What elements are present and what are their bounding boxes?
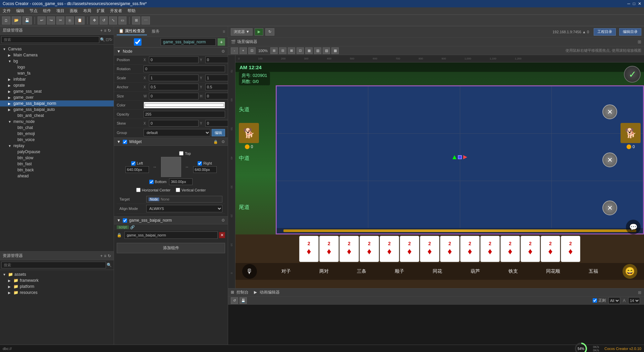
position-x-input[interactable] [149,56,199,63]
tree-replay[interactable]: ▼ replay [0,143,114,149]
asset-add-btn[interactable]: + [100,254,103,258]
position-y-input[interactable] [205,56,228,63]
action-shunzi[interactable]: 顺子 [391,267,408,276]
toolbar-align[interactable]: ⊞ [132,16,140,25]
add-component-plus-btn[interactable]: + [218,38,225,46]
gear-icon[interactable]: ⚙ [221,218,225,223]
timeline-max-btn[interactable]: ⊞ [638,290,641,295]
tool-btn-1[interactable]: ⊞ [270,47,278,54]
tool-btn-7[interactable]: ▨ [323,47,330,54]
timeline-tool-1[interactable]: ↺ [231,297,238,304]
bottom-value-input[interactable] [169,178,193,185]
menu-file[interactable]: 文件 [3,8,11,14]
asset-search-input[interactable] [1,262,106,268]
tree-paly-or-pause[interactable]: palyOrpause [0,149,114,155]
toolbar-extra[interactable]: ⋯ [142,16,150,25]
play-btn[interactable]: ▶ [255,28,263,36]
anchor-x-input[interactable] [149,84,199,90]
tree-btn-chat[interactable]: btn_chat [0,125,114,131]
chat-btn[interactable]: 💬 [626,220,641,234]
component-enabled-checkbox[interactable] [117,38,159,46]
card-6[interactable]: 2♦ [400,236,419,262]
zoom-fit-btn[interactable]: ⊡ [248,47,256,54]
close-btn[interactable]: ✕ [638,1,641,6]
toolbar-new[interactable]: 🗋 [2,16,10,25]
toolbar-move[interactable]: ✥ [90,16,98,25]
color-picker[interactable] [144,102,225,108]
tree-btn-slow[interactable]: btn_slow [0,155,114,161]
group-dropdown[interactable]: default [144,129,210,136]
node-section-header[interactable]: ▼ Node ⚙ [114,47,228,55]
horizontal-center-checkbox[interactable] [136,188,141,192]
card-14[interactable]: 2♦ [561,236,580,262]
tree-oprate[interactable]: ▶ oprate [0,82,114,88]
toolbar-undo[interactable]: ↩ [38,16,46,25]
card-3[interactable]: 2♦ [339,236,359,262]
hierarchy-refresh-btn[interactable]: ↻ [108,28,111,33]
action-hulu[interactable]: 葫芦 [467,267,484,276]
tree-logo[interactable]: logo [0,64,114,70]
anchor-y-input[interactable] [205,84,228,90]
maximize-btn[interactable]: □ [633,1,635,6]
widget-section-header[interactable]: ▼ Widget 🔒 ⚙ [114,138,228,146]
left-value-input[interactable] [125,166,149,173]
tree-wan-fa[interactable]: wan_fa [0,70,114,76]
toolbar-redo[interactable]: ↪ [47,16,55,25]
font-filter-dropdown[interactable]: All [608,297,620,304]
script-section-header[interactable]: ▼ game_sss_baipai_norm ⚙ [114,216,228,224]
group-edit-btn[interactable]: 编辑 [212,129,225,136]
zoom-out-btn[interactable]: - [231,47,238,54]
asset-tree-framework[interactable]: ▶ 📁 framework [0,277,114,283]
menu-help[interactable]: 帮助 [127,8,136,14]
toolbar-scale[interactable]: ⤡ [109,16,117,25]
project-dir-btn[interactable]: 工程目录 [594,28,616,36]
script-delete-btn[interactable]: ✕ [219,232,225,238]
rotation-input[interactable] [144,65,225,72]
card-5[interactable]: 2♦ [380,236,399,262]
timeline-tool-2[interactable]: 💾 [239,297,247,304]
tree-main-camera[interactable]: ▶ Main Camera [0,52,114,58]
editor-dir-btn[interactable]: 编辑目录 [619,28,641,36]
asset-tree-platform[interactable]: ▶ 📁 platform [0,283,114,290]
tool-btn-6[interactable]: ▧ [314,47,321,54]
card-4[interactable]: 2♦ [360,236,379,262]
animation-tab[interactable]: ▶ 动画编辑器 [254,290,279,295]
font-size-dropdown[interactable]: 14 [628,297,640,304]
tool-btn-8[interactable]: ▩ [331,47,339,54]
opacity-input[interactable] [144,111,225,118]
action-wufu[interactable]: 五福 [585,267,602,276]
gear-icon[interactable]: ⚙ [221,49,225,54]
left-checkbox[interactable] [131,161,136,166]
emoji-btn[interactable]: 😄 [623,264,637,279]
asset-tree-assets[interactable]: ▼ 📁 assets [0,271,114,277]
tree-game-sss-baipai-auto[interactable]: ▶ game_sss_baipai_auto [0,106,114,113]
minimize-btn[interactable]: ─ [627,1,630,6]
asset-list-btn[interactable]: ≡ [104,254,106,258]
hierarchy-filter-btn[interactable]: ⊡ [106,37,109,42]
toolbar-open[interactable]: 📂 [12,16,21,25]
script-name-input[interactable] [124,231,218,239]
bottom-checkbox[interactable] [149,180,154,184]
inspector-options-btn[interactable]: ≡ [223,29,225,34]
size-h-input[interactable] [205,93,228,99]
menu-extend[interactable]: 扩展 [97,8,105,14]
toolbar-copy[interactable]: ⎘ [66,16,74,25]
hierarchy-search-input[interactable] [1,36,99,43]
hierarchy-options-btn[interactable]: ≡ [104,28,106,33]
tool-btn-5[interactable]: ▦ [305,47,313,54]
action-tonghuashun[interactable]: 同花顺 [542,267,564,276]
refresh-btn[interactable]: ↻ [265,28,274,36]
scale-x-input[interactable] [149,75,199,81]
tree-bg[interactable]: ▼ bg [0,58,114,64]
toolbar-paste[interactable]: 📋 [75,16,85,25]
size-w-input[interactable] [149,93,199,99]
asset-tree-resources[interactable]: ▶ 📁 resources [0,290,114,296]
action-tonghua[interactable]: 同花 [429,267,446,276]
scene-panel-max-btn[interactable]: ⊞ [638,39,641,44]
widget-enabled-checkbox[interactable] [123,140,127,144]
card-7[interactable]: 2♦ [420,236,439,262]
tab-inspector[interactable]: 📋 属性检查器 [117,28,147,35]
menu-panel[interactable]: 面板 [70,8,78,14]
menu-edit[interactable]: 编辑 [16,8,24,14]
close-btn-2[interactable]: ✕ [602,152,617,167]
